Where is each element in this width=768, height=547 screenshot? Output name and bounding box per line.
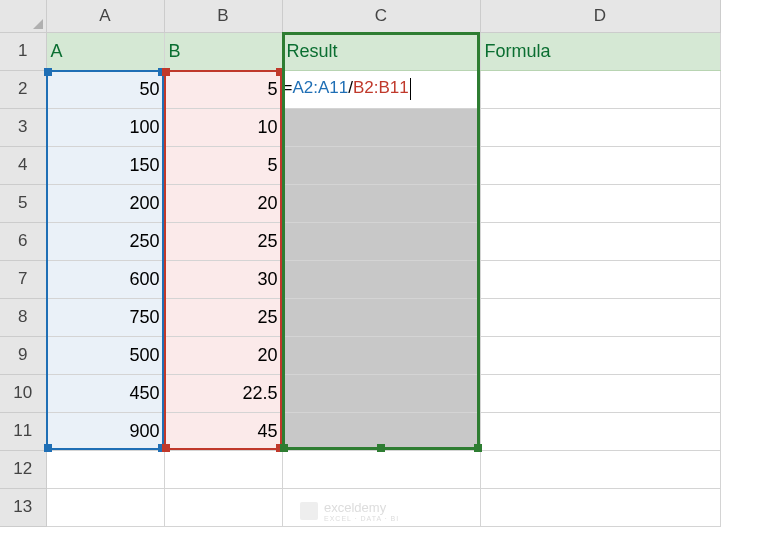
cell-C5[interactable] bbox=[282, 184, 480, 222]
cell-A10[interactable]: 450 bbox=[46, 374, 164, 412]
cell-B6[interactable]: 25 bbox=[164, 222, 282, 260]
cell-B8[interactable]: 25 bbox=[164, 298, 282, 336]
cell-D5[interactable] bbox=[480, 184, 720, 222]
row-header-8[interactable]: 8 bbox=[0, 298, 46, 336]
row-header-2[interactable]: 2 bbox=[0, 70, 46, 108]
cell-A4[interactable]: 150 bbox=[46, 146, 164, 184]
row-header-13[interactable]: 13 bbox=[0, 488, 46, 526]
cell-B12[interactable] bbox=[164, 450, 282, 488]
cell-D13[interactable] bbox=[480, 488, 720, 526]
cell-C11[interactable] bbox=[282, 412, 480, 450]
cell-A1[interactable]: A bbox=[46, 32, 164, 70]
cell-C6[interactable] bbox=[282, 222, 480, 260]
cell-D4[interactable] bbox=[480, 146, 720, 184]
row-header-6[interactable]: 6 bbox=[0, 222, 46, 260]
cell-D10[interactable] bbox=[480, 374, 720, 412]
row-header-7[interactable]: 7 bbox=[0, 260, 46, 298]
watermark: exceldemy EXCEL · DATA · BI bbox=[300, 500, 399, 522]
cell-C8[interactable] bbox=[282, 298, 480, 336]
cell-B4[interactable]: 5 bbox=[164, 146, 282, 184]
row-header-5[interactable]: 5 bbox=[0, 184, 46, 222]
cell-C4[interactable] bbox=[282, 146, 480, 184]
row-header-11[interactable]: 11 bbox=[0, 412, 46, 450]
cell-C10[interactable] bbox=[282, 374, 480, 412]
cell-D12[interactable] bbox=[480, 450, 720, 488]
watermark-subtext: EXCEL · DATA · BI bbox=[324, 515, 399, 522]
row-header-1[interactable]: 1 bbox=[0, 32, 46, 70]
watermark-logo-icon bbox=[300, 502, 318, 520]
row-header-10[interactable]: 10 bbox=[0, 374, 46, 412]
cell-A11[interactable]: 900 bbox=[46, 412, 164, 450]
cell-D1[interactable]: Formula bbox=[480, 32, 720, 70]
cell-B9[interactable]: 20 bbox=[164, 336, 282, 374]
row-header-9[interactable]: 9 bbox=[0, 336, 46, 374]
cell-A9[interactable]: 500 bbox=[46, 336, 164, 374]
cell-A2[interactable]: 50 bbox=[46, 70, 164, 108]
watermark-text: exceldemy bbox=[324, 500, 386, 515]
cell-A8[interactable]: 750 bbox=[46, 298, 164, 336]
cell-B11[interactable]: 45 bbox=[164, 412, 282, 450]
cell-B2[interactable]: 5 bbox=[164, 70, 282, 108]
cell-B13[interactable] bbox=[164, 488, 282, 526]
cell-D3[interactable] bbox=[480, 108, 720, 146]
cell-D6[interactable] bbox=[480, 222, 720, 260]
spreadsheet-grid[interactable]: A B C D 1 A B Result Formula 2 50 5 =A2:… bbox=[0, 0, 721, 527]
select-all-corner[interactable] bbox=[0, 0, 46, 32]
cell-C12[interactable] bbox=[282, 450, 480, 488]
cell-C9[interactable] bbox=[282, 336, 480, 374]
cell-D9[interactable] bbox=[480, 336, 720, 374]
cell-A5[interactable]: 200 bbox=[46, 184, 164, 222]
cell-D11[interactable] bbox=[480, 412, 720, 450]
row-header-12[interactable]: 12 bbox=[0, 450, 46, 488]
cell-D7[interactable] bbox=[480, 260, 720, 298]
cell-D8[interactable] bbox=[480, 298, 720, 336]
formula-equals: = bbox=[283, 78, 293, 97]
cell-C3[interactable] bbox=[282, 108, 480, 146]
cell-B10[interactable]: 22.5 bbox=[164, 374, 282, 412]
cell-B5[interactable]: 20 bbox=[164, 184, 282, 222]
cell-D2[interactable] bbox=[480, 70, 720, 108]
row-header-3[interactable]: 3 bbox=[0, 108, 46, 146]
cell-C1[interactable]: Result bbox=[282, 32, 480, 70]
col-header-C[interactable]: C bbox=[282, 0, 480, 32]
formula-ref-b: B2:B11 bbox=[353, 78, 409, 97]
col-header-A[interactable]: A bbox=[46, 0, 164, 32]
cell-A3[interactable]: 100 bbox=[46, 108, 164, 146]
cell-B1[interactable]: B bbox=[164, 32, 282, 70]
cell-C2-formula-edit[interactable]: =A2:A11/B2:B11 bbox=[282, 70, 480, 108]
cell-B7[interactable]: 30 bbox=[164, 260, 282, 298]
cell-C7[interactable] bbox=[282, 260, 480, 298]
cell-A6[interactable]: 250 bbox=[46, 222, 164, 260]
formula-ref-a: A2:A11 bbox=[292, 78, 348, 97]
text-cursor bbox=[410, 78, 411, 100]
cell-A13[interactable] bbox=[46, 488, 164, 526]
col-header-B[interactable]: B bbox=[164, 0, 282, 32]
cell-B3[interactable]: 10 bbox=[164, 108, 282, 146]
col-header-D[interactable]: D bbox=[480, 0, 720, 32]
row-header-4[interactable]: 4 bbox=[0, 146, 46, 184]
cell-A12[interactable] bbox=[46, 450, 164, 488]
cell-A7[interactable]: 600 bbox=[46, 260, 164, 298]
